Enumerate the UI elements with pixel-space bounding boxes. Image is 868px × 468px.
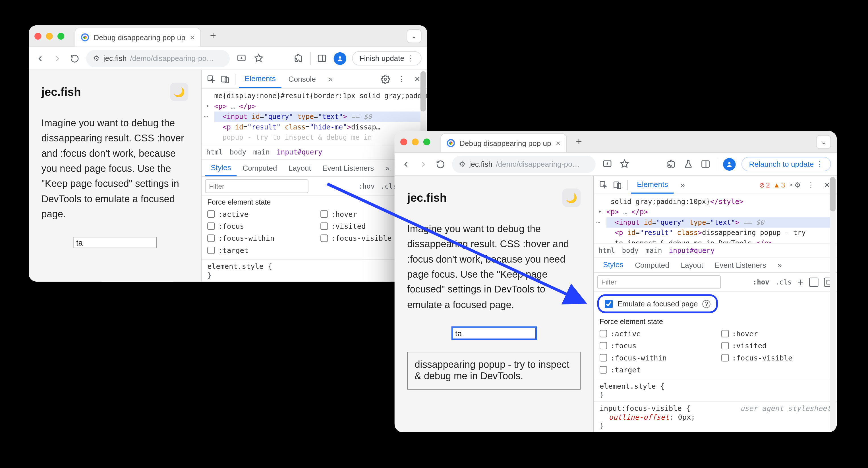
site-settings-icon[interactable]: ⚙ bbox=[93, 54, 100, 63]
query-input[interactable] bbox=[452, 328, 536, 339]
styles-tab-styles[interactable]: Styles bbox=[597, 258, 629, 273]
inspect-element-icon[interactable] bbox=[205, 73, 217, 85]
breadcrumb-item[interactable]: main bbox=[645, 247, 662, 255]
maximize-window-button[interactable] bbox=[423, 138, 430, 145]
force-active[interactable]: :active bbox=[599, 329, 710, 338]
new-tab-button[interactable]: + bbox=[571, 134, 587, 149]
site-settings-icon[interactable]: ⚙ bbox=[459, 160, 466, 169]
emulate-focused-checkbox[interactable]: Emulate a focused page ? bbox=[597, 294, 718, 313]
address-bar[interactable]: ⚙ jec.fish/demo/disappearing-po… bbox=[86, 50, 230, 67]
code-line[interactable]: <p> … </p> bbox=[214, 101, 424, 112]
code-line[interactable]: <p id="result" class>dissappearing popup… bbox=[607, 228, 833, 238]
update-button[interactable]: Finish update ⋮ bbox=[352, 51, 422, 66]
code-line[interactable]: <p id="result" class="hide-me">dissap… bbox=[214, 122, 424, 132]
devtools-scrollbar[interactable] bbox=[830, 177, 836, 431]
chrome-menu-icon[interactable]: ⋮ bbox=[816, 160, 824, 169]
close-tab-button[interactable]: × bbox=[190, 33, 195, 42]
profile-avatar[interactable] bbox=[723, 157, 736, 170]
bookmark-icon[interactable] bbox=[619, 158, 630, 170]
tab-elements[interactable]: Elements bbox=[631, 176, 674, 194]
browser-tab[interactable]: Debug disappearing pop up × bbox=[440, 134, 567, 152]
code-line[interactable]: <p> … </p> bbox=[607, 207, 833, 217]
inspect-element-icon[interactable] bbox=[597, 178, 610, 191]
force-focus-within[interactable]: :focus-within bbox=[599, 353, 710, 362]
force-target[interactable]: :target bbox=[207, 246, 309, 255]
minimize-window-button[interactable] bbox=[412, 138, 418, 145]
settings-icon[interactable]: ⚙ bbox=[788, 178, 801, 191]
css-element-style[interactable]: element.style { } bbox=[594, 379, 837, 401]
labs-icon[interactable] bbox=[682, 158, 694, 170]
force-visited[interactable]: :visited bbox=[721, 342, 831, 350]
styles-tab-layout[interactable]: Layout bbox=[283, 160, 317, 177]
sidepanel-icon[interactable] bbox=[316, 53, 328, 64]
warnings-badge[interactable]: ▲3 bbox=[773, 181, 785, 188]
code-line[interactable]: solid gray;padding:10px}</style> bbox=[607, 197, 833, 207]
help-icon[interactable]: ? bbox=[703, 299, 711, 308]
settings-icon[interactable] bbox=[379, 73, 392, 85]
code-line[interactable]: to inspect & debug me in DevTools.</p> bbox=[607, 238, 833, 243]
styles-tab-listeners[interactable]: Event Listeners bbox=[709, 258, 772, 273]
tabs-overflow[interactable]: » bbox=[323, 70, 338, 88]
code-line[interactable]: popup - try to inspect & debug me in bbox=[214, 132, 424, 143]
breadcrumb-item-current[interactable]: input#query bbox=[277, 148, 322, 156]
tabs-menu-button[interactable]: ⌄ bbox=[407, 29, 422, 43]
css-element-style[interactable]: element.style { } bbox=[202, 259, 427, 282]
kebab-menu-icon[interactable]: ⋮ bbox=[805, 178, 817, 191]
force-focus[interactable]: :focus bbox=[207, 222, 309, 230]
styles-filter-input[interactable] bbox=[205, 179, 308, 193]
tabs-overflow[interactable]: » bbox=[379, 160, 395, 177]
reload-button[interactable] bbox=[435, 158, 446, 170]
new-style-rule-button[interactable]: + bbox=[798, 276, 803, 288]
minimize-window-button[interactable] bbox=[46, 32, 53, 39]
code-line-selected[interactable]: <input id="query" type="text"> == $0 bbox=[214, 112, 424, 122]
elements-tree[interactable]: solid gray;padding:10px}</style> <p> … <… bbox=[594, 194, 837, 243]
force-target[interactable]: :target bbox=[599, 365, 710, 374]
computed-styles-toggle[interactable] bbox=[809, 278, 818, 287]
tabs-menu-button[interactable]: ⌄ bbox=[816, 135, 831, 148]
device-toolbar-icon[interactable] bbox=[611, 178, 623, 191]
forward-button[interactable] bbox=[52, 53, 63, 64]
close-window-button[interactable] bbox=[400, 138, 407, 145]
extensions-icon[interactable] bbox=[665, 158, 677, 170]
install-app-icon[interactable] bbox=[236, 53, 247, 64]
breadcrumb-item[interactable]: html bbox=[206, 148, 223, 156]
hov-toggle[interactable]: :hov bbox=[753, 278, 769, 286]
tabs-overflow[interactable]: » bbox=[675, 176, 690, 194]
code-line-selected[interactable]: <input id="query" type="text"> == $0 bbox=[607, 217, 833, 228]
sidepanel-icon[interactable] bbox=[700, 158, 711, 170]
force-focus-visible[interactable]: :focus-visible bbox=[721, 353, 831, 362]
breadcrumb-item[interactable]: html bbox=[598, 247, 615, 255]
address-bar[interactable]: ⚙ jec.fish/demo/disappearing-po… bbox=[452, 155, 596, 173]
new-tab-button[interactable]: + bbox=[206, 28, 221, 43]
code-line[interactable]: me{display:none}#result{border:1px solid… bbox=[214, 91, 424, 101]
tab-elements[interactable]: Elements bbox=[239, 70, 281, 88]
update-button[interactable]: Relaunch to update ⋮ bbox=[742, 157, 831, 171]
force-active[interactable]: :active bbox=[207, 210, 309, 218]
back-button[interactable] bbox=[34, 53, 46, 64]
install-app-icon[interactable] bbox=[601, 158, 613, 170]
styles-tab-computed[interactable]: Computed bbox=[237, 160, 283, 177]
tabs-overflow[interactable]: » bbox=[772, 258, 787, 273]
browser-tab[interactable]: Debug disappearing pop up × bbox=[75, 28, 201, 47]
device-toolbar-icon[interactable] bbox=[219, 73, 231, 85]
breadcrumb-item[interactable]: body bbox=[622, 247, 638, 255]
bookmark-icon[interactable] bbox=[253, 53, 264, 64]
breadcrumb-item[interactable]: body bbox=[230, 148, 246, 156]
styles-tab-computed[interactable]: Computed bbox=[629, 258, 675, 273]
css-rule-focus-visible[interactable]: input:focus-visible {user agent styleshe… bbox=[594, 401, 837, 432]
styles-tab-layout[interactable]: Layout bbox=[675, 258, 709, 273]
extensions-icon[interactable] bbox=[293, 53, 304, 64]
chrome-menu-icon[interactable]: ⋮ bbox=[407, 54, 414, 63]
errors-badge[interactable]: ⊘2 bbox=[759, 181, 770, 188]
force-focus[interactable]: :focus bbox=[599, 342, 710, 350]
styles-tab-styles[interactable]: Styles bbox=[205, 160, 237, 177]
styles-filter-input[interactable] bbox=[597, 275, 721, 289]
theme-toggle-button[interactable]: 🌙 bbox=[562, 188, 581, 207]
styles-tab-listeners[interactable]: Event Listeners bbox=[317, 160, 379, 177]
force-focus-within[interactable]: :focus-within bbox=[207, 234, 309, 242]
theme-toggle-button[interactable]: 🌙 bbox=[170, 83, 188, 101]
hov-toggle[interactable]: :hov bbox=[358, 182, 375, 190]
kebab-menu-icon[interactable]: ⋮ bbox=[395, 73, 408, 85]
forward-button[interactable] bbox=[417, 158, 429, 170]
force-hover[interactable]: :hover bbox=[721, 329, 831, 338]
